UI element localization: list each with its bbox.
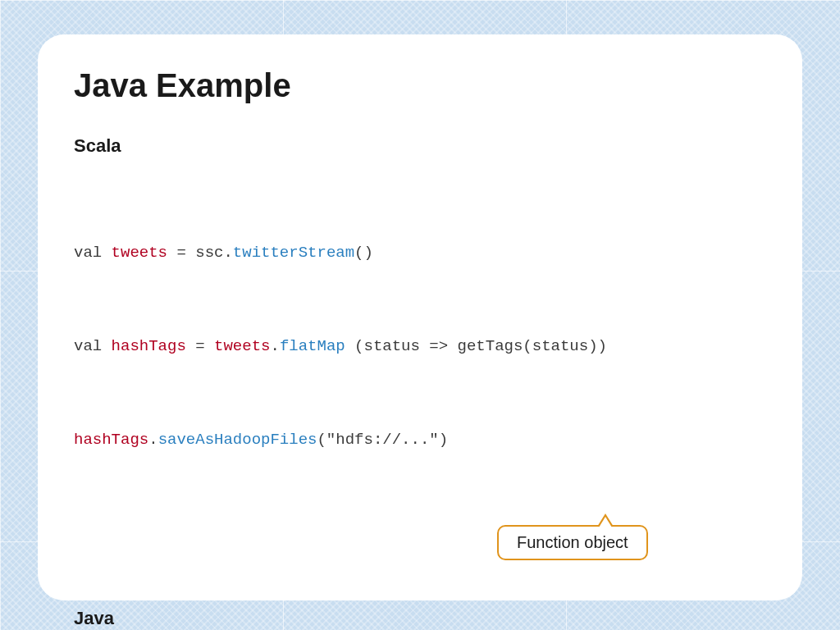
scala-code-block: val tweets = ssc.twitterStream() val has… <box>74 175 766 518</box>
slide-title: Java Example <box>74 67 766 104</box>
scala-line-2: val hashTags = tweets.flatMap (status =>… <box>74 331 766 362</box>
java-heading: Java <box>74 608 766 629</box>
callout-function-object: Function object <box>497 525 648 560</box>
scala-line-3: hashTags.saveAsHadoopFiles("hdfs://...") <box>74 424 766 455</box>
slide-card: Java Example Scala val tweets = ssc.twit… <box>38 34 802 600</box>
scala-line-1: val tweets = ssc.twitterStream() <box>74 237 766 268</box>
scala-heading: Scala <box>74 135 766 157</box>
